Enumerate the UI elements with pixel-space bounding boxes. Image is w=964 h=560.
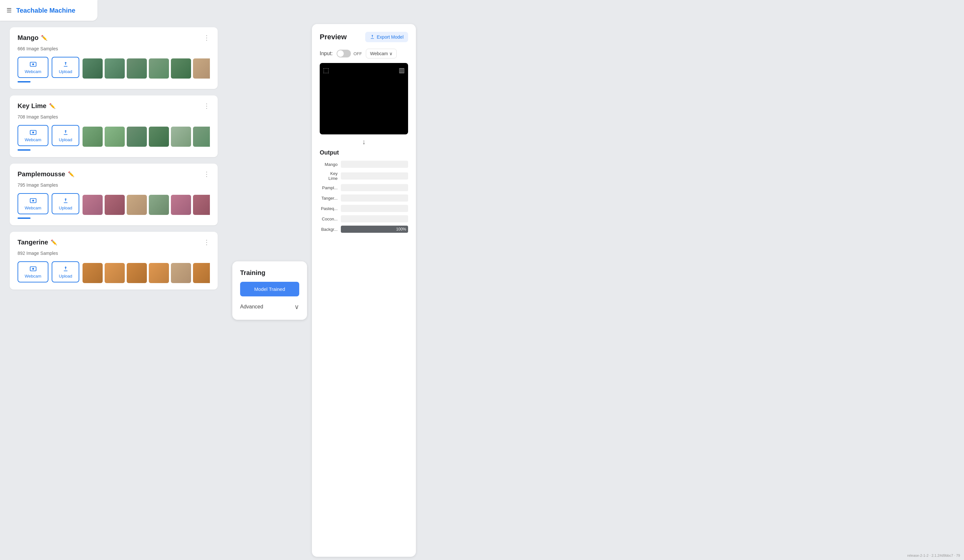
tangerine-samples [83, 263, 210, 283]
class-name-pamplemousse: Pamplemousse [18, 170, 65, 178]
input-row: Input: OFF Webcam ∨ [320, 49, 408, 58]
mango-sample-count: 666 Image Samples [18, 46, 210, 51]
app-title: Teachable Machine [16, 7, 75, 14]
output-bar-container-cocon [341, 215, 408, 222]
more-options-pamplemousse-icon[interactable]: ⋮ [204, 170, 210, 178]
pamplemousse-upload-button[interactable]: Upload [52, 193, 79, 214]
advanced-label: Advanced [240, 304, 263, 310]
more-options-tangerine-icon[interactable]: ⋮ [204, 238, 210, 246]
preview-title: Preview [320, 33, 347, 41]
select-chevron-icon: ∨ [389, 51, 392, 56]
output-bar-value-backgr: 100% [396, 227, 406, 232]
scroll-indicator [18, 81, 31, 83]
sample-thumb [104, 127, 125, 147]
sample-thumb [193, 263, 210, 283]
svg-point-5 [32, 200, 34, 201]
edit-class-mango-icon[interactable]: ✏️ [41, 35, 47, 41]
output-label-pasteq: Pasteq... [320, 206, 337, 211]
edit-class-pamplemousse-icon[interactable]: ✏️ [68, 171, 74, 177]
output-label-mango: Mango [320, 162, 337, 167]
tangerine-webcam-button[interactable]: Webcam [18, 261, 49, 282]
pamplemousse-webcam-button[interactable]: Webcam [18, 193, 49, 214]
sample-thumb [171, 127, 191, 147]
output-title: Output [320, 149, 408, 156]
sample-thumb [127, 263, 147, 283]
more-options-keylime-icon[interactable]: ⋮ [204, 102, 210, 110]
sample-thumb [104, 195, 125, 215]
svg-point-3 [32, 131, 34, 133]
sample-thumb [171, 58, 191, 79]
output-bar-backgr: 100% [341, 226, 408, 233]
upload-icon [62, 265, 69, 273]
output-label-cocon: Cocon... [320, 216, 337, 221]
output-bar-container-keylime [341, 172, 408, 180]
class-name-mango: Mango [18, 34, 38, 42]
sample-thumb [149, 127, 169, 147]
edit-class-keylime-icon[interactable]: ✏️ [49, 103, 55, 109]
train-model-button[interactable]: Model Trained [240, 282, 299, 296]
preview-header: Preview Export Model [320, 32, 408, 42]
sample-thumb [127, 195, 147, 215]
mango-upload-button[interactable]: Upload [52, 57, 79, 78]
sample-thumb [83, 263, 103, 283]
crop-icon: ⬚ [323, 66, 329, 74]
sample-thumb [193, 127, 210, 147]
edit-class-tangerine-icon[interactable]: ✏️ [50, 239, 57, 245]
more-options-mango-icon[interactable]: ⋮ [204, 34, 210, 42]
sample-thumb [193, 58, 210, 79]
class-card-mango: Mango ✏️ ⋮ 666 Image Samples Webcam Uplo… [10, 27, 218, 89]
sample-thumb [149, 263, 169, 283]
mango-samples [83, 58, 210, 79]
compare-icon: ▥ [399, 66, 405, 74]
tangerine-upload-button[interactable]: Upload [52, 261, 79, 282]
sample-thumb [83, 58, 103, 79]
upload-icon [62, 61, 69, 68]
sample-thumb [171, 263, 191, 283]
sample-thumb [193, 195, 210, 215]
svg-point-7 [32, 268, 34, 270]
toggle-state-label: OFF [353, 51, 362, 56]
sample-thumb [104, 58, 125, 79]
output-label-backgr: Backgr... [320, 227, 337, 232]
class-card-tangerine: Tangerine ✏️ ⋮ 892 Image Samples Webcam … [10, 232, 218, 290]
output-bar-container-mango [341, 161, 408, 168]
scroll-indicator [18, 218, 31, 219]
sample-thumb [127, 127, 147, 147]
webcam-icon [29, 61, 37, 68]
keylime-webcam-button[interactable]: Webcam [18, 125, 49, 146]
menu-icon[interactable]: ☰ [7, 7, 12, 14]
output-bar-container-pasteq [341, 205, 408, 212]
output-label-pampl: Pampl... [320, 185, 337, 190]
output-bar-container-pampl [341, 184, 408, 191]
output-row-pasteq: Pasteq... [320, 205, 408, 212]
class-card-pamplemousse: Pamplemousse ✏️ ⋮ 795 Image Samples Webc… [10, 164, 218, 225]
sample-thumb [171, 195, 191, 215]
pamplemousse-sample-count: 795 Image Samples [18, 182, 210, 188]
sample-thumb [83, 195, 103, 215]
mango-webcam-button[interactable]: Webcam [18, 57, 49, 78]
class-name-keylime: Key Lime [18, 102, 46, 110]
input-toggle[interactable] [337, 50, 351, 57]
keylime-actions: Webcam Upload [18, 124, 210, 147]
output-row-tanger: Tanger... [320, 195, 408, 201]
sample-thumb [149, 195, 169, 215]
output-bar-container-tanger [341, 195, 408, 201]
export-model-button[interactable]: Export Model [365, 32, 408, 42]
sample-thumb [104, 263, 125, 283]
pamplemousse-samples [83, 195, 210, 215]
pamplemousse-actions: Webcam Upload [18, 192, 210, 215]
toggle-container: OFF [337, 50, 362, 57]
webcam-icon [29, 129, 37, 136]
scroll-indicator [18, 149, 31, 151]
advanced-section[interactable]: Advanced ∨ [240, 302, 299, 312]
training-title: Training [240, 269, 299, 277]
chevron-down-icon: ∨ [295, 303, 299, 311]
webcam-select[interactable]: Webcam ∨ [366, 49, 397, 58]
training-card: Training Model Trained Advanced ∨ [232, 261, 307, 320]
keylime-upload-button[interactable]: Upload [52, 125, 79, 146]
webcam-icon [29, 265, 37, 273]
upload-icon [62, 197, 69, 204]
output-section: Output Mango KeyLime Pampl... [320, 149, 408, 549]
sample-thumb [83, 127, 103, 147]
keylime-sample-count: 708 Image Samples [18, 114, 210, 120]
